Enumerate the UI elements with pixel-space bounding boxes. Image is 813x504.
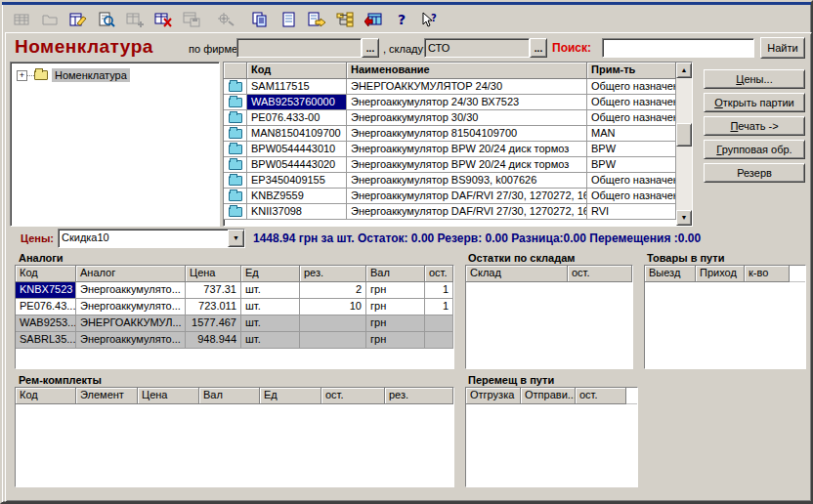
cell-price[interactable]: 948.944 bbox=[186, 332, 241, 349]
cell-code[interactable]: KNII37098 bbox=[247, 204, 347, 220]
catalog-row[interactable]: KNBZ9559Энергоаккумулятор DAF/RVI 27/30,… bbox=[224, 189, 676, 204]
analog-row[interactable]: KNBX7523Энергоаккумулято...737.31шт.2грн… bbox=[16, 282, 453, 299]
cell-analog[interactable]: ЭНЕРГОАККУМУЛ... bbox=[76, 315, 186, 332]
catalog-row[interactable]: EP3450409155Энергоаккумулятор BS9093, k0… bbox=[224, 173, 676, 189]
cell-reserve[interactable] bbox=[300, 332, 366, 349]
column-header-usage[interactable]: Прим-ть bbox=[587, 63, 676, 79]
cell-code-selected[interactable]: WAB9253760000 bbox=[247, 95, 347, 110]
column-header[interactable]: Код bbox=[16, 266, 76, 282]
cell-reserve[interactable]: 2 bbox=[300, 282, 366, 299]
column-header[interactable]: Вал bbox=[366, 266, 425, 282]
import-icon[interactable] bbox=[362, 8, 386, 31]
cell-code[interactable]: BPW0544443020 bbox=[247, 157, 347, 173]
cell-code[interactable]: PE076.433-00 bbox=[247, 110, 347, 126]
column-header[interactable]: рез. bbox=[300, 266, 366, 282]
print-button[interactable]: Печать -> bbox=[704, 116, 805, 136]
category-tree[interactable]: + Номенклатура bbox=[10, 62, 220, 227]
catalog-row[interactable]: BPW0544443020Энергоаккумулятор BPW 20/24… bbox=[224, 157, 676, 173]
catalog-row[interactable]: KNII37098Энергоаккумулятор DAF/RVI 27/30… bbox=[224, 204, 676, 220]
column-header[interactable]: ост. bbox=[576, 388, 626, 404]
cell-analog[interactable]: Энергоаккумулято... bbox=[76, 332, 186, 349]
cell-name[interactable]: Энергоаккумулятор DAF/RVI 27/30, 1270272… bbox=[347, 204, 587, 220]
cell-price[interactable]: 737.31 bbox=[186, 282, 241, 299]
price-type-value[interactable]: Скидка10 bbox=[59, 230, 228, 247]
help-icon[interactable]: ? bbox=[390, 8, 414, 31]
cell-currency[interactable]: грн bbox=[366, 282, 425, 299]
cell-name[interactable]: Энергоаккумулятор DAF/RVI 27/30, 1270272… bbox=[347, 189, 587, 204]
cell-code[interactable]: SAM117515 bbox=[247, 79, 347, 95]
cell-unit[interactable]: шт. bbox=[241, 299, 300, 315]
document-icon[interactable] bbox=[277, 8, 301, 31]
column-header[interactable]: Элемент bbox=[76, 388, 138, 404]
cell-code[interactable]: PE076.43... bbox=[16, 299, 76, 315]
scroll-down-button[interactable]: ▼ bbox=[676, 210, 692, 226]
cell-code-selected[interactable]: KNBX7523 bbox=[16, 282, 76, 299]
column-header-name[interactable]: Наименование bbox=[347, 63, 587, 79]
column-header[interactable]: ост. bbox=[568, 266, 632, 282]
open-batches-button[interactable]: Открыть партии bbox=[704, 93, 805, 112]
cell-currency[interactable]: грн bbox=[366, 315, 425, 332]
cell-price[interactable]: 1577.467 bbox=[186, 315, 241, 332]
cell-code[interactable]: BPW0544443010 bbox=[247, 142, 347, 157]
cell-currency[interactable]: грн bbox=[366, 299, 425, 315]
column-header[interactable]: Приход bbox=[696, 266, 745, 282]
catalog-row[interactable]: MAN81504109700Энергоаккумулятор 81504109… bbox=[224, 126, 676, 142]
cell-name[interactable]: ЭНЕРГОАККУМУЛЯТОР 24/30 bbox=[347, 79, 587, 95]
cell-usage[interactable]: BPW bbox=[587, 157, 676, 173]
catalog-scrollbar[interactable]: ▲ ▼ bbox=[676, 63, 692, 226]
price-type-combobox[interactable]: Скидка10 ▼ bbox=[58, 229, 245, 248]
column-header[interactable]: Отправи... bbox=[521, 388, 576, 404]
firm-browse-button[interactable]: ... bbox=[362, 38, 379, 58]
view-record-icon[interactable] bbox=[95, 8, 119, 31]
cell-rest[interactable]: 1 bbox=[425, 299, 453, 315]
column-header[interactable]: Выезд bbox=[645, 266, 696, 282]
delete-record-icon[interactable] bbox=[151, 8, 176, 31]
cell-unit[interactable]: шт. bbox=[241, 332, 300, 349]
find-button[interactable]: Найти bbox=[760, 37, 805, 59]
column-header-code[interactable]: Код bbox=[247, 63, 347, 79]
copy-icon[interactable] bbox=[248, 8, 273, 31]
cell-code[interactable]: EP3450409155 bbox=[247, 173, 347, 189]
reserve-button[interactable]: Резерв bbox=[704, 163, 805, 183]
cell-code[interactable]: MAN81504109700 bbox=[247, 126, 347, 142]
column-header[interactable]: к-во bbox=[745, 266, 790, 282]
column-header-icon[interactable] bbox=[224, 63, 247, 79]
column-header[interactable]: Цена bbox=[186, 266, 241, 282]
dropdown-arrow-icon[interactable]: ▼ bbox=[228, 230, 244, 247]
catalog-row[interactable]: SAM117515ЭНЕРГОАККУМУЛЯТОР 24/30Общего н… bbox=[224, 79, 676, 95]
cell-code[interactable]: SABRL35... bbox=[16, 332, 76, 349]
tree-expand-icon[interactable]: + bbox=[17, 70, 27, 81]
search-input[interactable] bbox=[602, 38, 754, 58]
cell-reserve[interactable] bbox=[300, 315, 366, 332]
hierarchy-icon[interactable] bbox=[333, 8, 358, 31]
cell-price[interactable]: 723.011 bbox=[186, 299, 241, 315]
column-header[interactable]: ост. bbox=[321, 388, 385, 404]
cell-usage[interactable]: Общего назначения bbox=[587, 110, 676, 126]
firm-field[interactable] bbox=[236, 38, 362, 58]
cell-usage[interactable]: Общего назначения bbox=[587, 189, 676, 204]
edit-record-icon[interactable] bbox=[66, 8, 91, 31]
cell-usage[interactable]: Общего назначения bbox=[587, 79, 676, 95]
column-header[interactable]: Склад bbox=[466, 266, 568, 282]
column-header[interactable]: Аналог bbox=[76, 266, 186, 282]
cell-code[interactable]: KNBZ9559 bbox=[247, 189, 347, 204]
catalog-row[interactable]: BPW0544443010Энергоаккумулятор BPW 20/24… bbox=[224, 142, 676, 157]
cell-rest[interactable] bbox=[425, 315, 453, 332]
cell-code[interactable]: WAB9253... bbox=[16, 315, 76, 332]
cell-name[interactable]: Энергоаккумулятор BS9093, k007626 bbox=[347, 173, 587, 189]
column-header[interactable]: Цена bbox=[138, 388, 199, 404]
analog-row[interactable]: SABRL35...Энергоаккумулято...948.944шт.г… bbox=[16, 332, 453, 349]
column-header[interactable]: рез. bbox=[385, 388, 453, 404]
analog-row[interactable]: WAB9253...ЭНЕРГОАККУМУЛ...1577.467шт.грн bbox=[16, 315, 453, 332]
cell-reserve[interactable]: 10 bbox=[300, 299, 366, 315]
cell-name[interactable]: Энергоаккумулятор BPW 20/24 диск тормоз bbox=[347, 142, 587, 157]
column-header[interactable]: Код bbox=[16, 388, 76, 404]
cell-name[interactable]: Энергоаккумулятор 30/30 bbox=[347, 110, 587, 126]
scrollbar-thumb[interactable] bbox=[676, 123, 692, 147]
cell-rest[interactable] bbox=[425, 332, 453, 349]
warehouse-field[interactable] bbox=[424, 38, 530, 58]
column-header[interactable]: ост. bbox=[425, 266, 453, 282]
column-header[interactable]: Ед bbox=[241, 266, 300, 282]
column-header[interactable]: Ед bbox=[260, 388, 321, 404]
cell-analog[interactable]: Энергоаккумулято... bbox=[76, 299, 186, 315]
